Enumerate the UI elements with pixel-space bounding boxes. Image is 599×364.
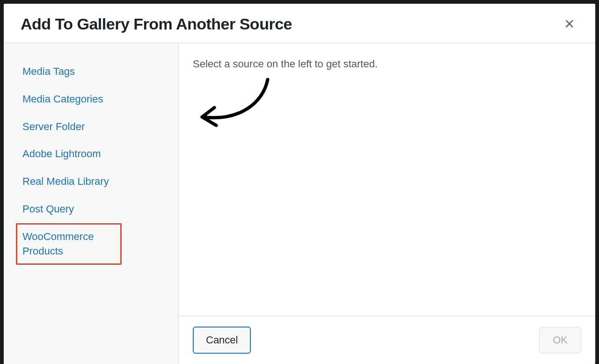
modal-title: Add To Gallery From Another Source bbox=[21, 15, 292, 33]
arrow-annotation-icon bbox=[193, 75, 277, 131]
cancel-button[interactable]: Cancel bbox=[193, 327, 251, 354]
sidebar-item-adobe-lightroom[interactable]: Adobe Lightroom bbox=[16, 140, 166, 168]
close-icon: ✕ bbox=[564, 17, 575, 31]
modal-body: Media Tags Media Categories Server Folde… bbox=[4, 43, 595, 364]
sidebar-item-media-categories[interactable]: Media Categories bbox=[16, 86, 166, 113]
content-main: Select a source on the left to get start… bbox=[179, 43, 595, 316]
sidebar-item-media-tags[interactable]: Media Tags bbox=[16, 58, 166, 86]
content-area: Select a source on the left to get start… bbox=[179, 43, 595, 364]
sidebar-item-server-folder[interactable]: Server Folder bbox=[16, 113, 166, 141]
modal-dialog: Add To Gallery From Another Source ✕ Med… bbox=[4, 4, 595, 364]
sidebar-item-real-media-library[interactable]: Real Media Library bbox=[16, 168, 166, 196]
modal-header: Add To Gallery From Another Source ✕ bbox=[4, 4, 595, 43]
sidebar-item-woocommerce-products[interactable]: WooCommerce Products bbox=[16, 223, 122, 265]
close-button[interactable]: ✕ bbox=[560, 16, 578, 33]
ok-button[interactable]: OK bbox=[539, 327, 581, 353]
source-sidebar: Media Tags Media Categories Server Folde… bbox=[4, 43, 179, 364]
modal-footer: Cancel OK bbox=[179, 316, 595, 364]
sidebar-item-post-query[interactable]: Post Query bbox=[16, 196, 166, 223]
instruction-text: Select a source on the left to get start… bbox=[193, 58, 581, 70]
